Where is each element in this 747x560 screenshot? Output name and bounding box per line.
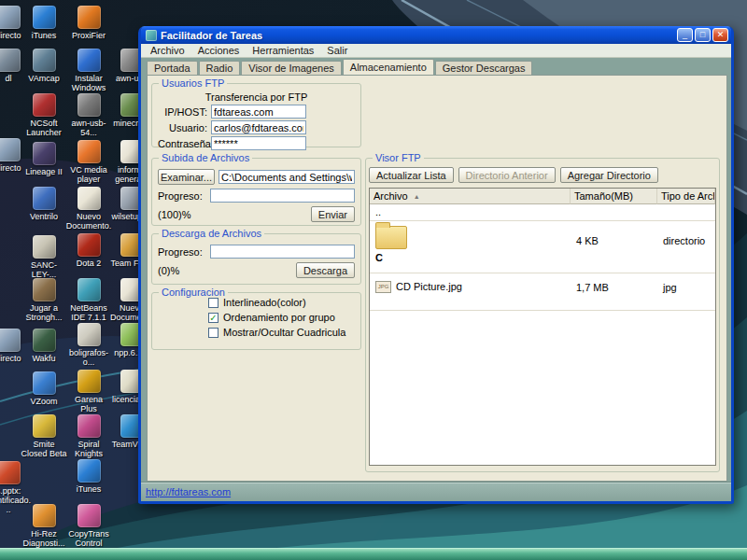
- descarga-button[interactable]: Descarga: [296, 262, 355, 278]
- file-name: ..: [375, 206, 381, 217]
- usuario-input[interactable]: [211, 120, 306, 134]
- desktop-icon-label: VAmcap: [28, 74, 59, 83]
- upload-path-input[interactable]: [218, 170, 355, 184]
- checkbox-mostrar-ocultar-cuadricula[interactable]: [208, 328, 218, 338]
- desktop-icon-label: NetBeans IDE 7.1.1: [65, 303, 112, 322]
- download-progress-input[interactable]: [210, 245, 355, 259]
- nuevo-documento-icon: [78, 187, 101, 210]
- desktop-icon-wakfu[interactable]: Wakfu: [21, 329, 67, 363]
- table-header: Archivo ▲ Tamaño(MB) Tipo de Archivo: [370, 189, 715, 204]
- column-header-tipo[interactable]: Tipo de Archivo: [657, 189, 715, 204]
- table-row-item[interactable]: ..: [370, 204, 715, 221]
- itunes-icon: [78, 459, 101, 483]
- upload-progress-input[interactable]: [210, 189, 355, 203]
- desktop-icon-proxifier[interactable]: ProxiFier: [65, 6, 112, 40]
- dota-2-icon: [78, 233, 101, 257]
- desktop-icon-vc-media-player[interactable]: VC media player: [65, 140, 112, 184]
- desktop-icon-spiral-knights[interactable]: Spiral Knights: [65, 414, 112, 458]
- column-header-tamano[interactable]: Tamaño(MB): [571, 189, 657, 204]
- file-name: C: [375, 252, 383, 263]
- table-row-c[interactable]: C4 KBdirectorio: [370, 221, 715, 273]
- desktop-icon-awn-usb-54[interactable]: awn-usb-54...: [65, 93, 112, 137]
- vamcap-icon: [33, 49, 56, 72]
- close-button[interactable]: ✕: [712, 28, 728, 42]
- desktop-icon-label: directo: [0, 354, 21, 363]
- app-icon: [146, 30, 157, 41]
- desktop-icon-jugar-a-strongh[interactable]: Jugar a Strongh...: [21, 278, 67, 322]
- menu-herramientas[interactable]: Herramientas: [246, 45, 320, 56]
- usuario-label: Usuario:: [158, 122, 211, 133]
- ip-host-input[interactable]: [211, 105, 306, 119]
- checkbox-interlineado-color[interactable]: [208, 298, 218, 308]
- menu-acciones[interactable]: Acciones: [191, 45, 247, 56]
- desktop-icon-label: iTunes: [32, 31, 57, 40]
- desktop-icon-sanc-ley[interactable]: SANC-LEY-...: [21, 235, 67, 279]
- actualizar-lista-button[interactable]: Actualizar Lista: [369, 167, 454, 183]
- enviar-button[interactable]: Enviar: [311, 206, 355, 222]
- sanc-ley-icon: [33, 235, 56, 259]
- desktop-icon-ventrilo[interactable]: Ventrilo: [21, 187, 67, 221]
- desktop-icon-vamcap[interactable]: VAmcap: [21, 49, 67, 83]
- contrasena-input[interactable]: [211, 136, 306, 150]
- cell-tipo: [657, 204, 715, 220]
- desktop-icon-garena-plus[interactable]: Garena Plus: [65, 370, 112, 413]
- desktop-icon-lineage-ii[interactable]: Lineage II: [21, 142, 67, 176]
- awn-usb-54-icon: [78, 93, 101, 117]
- desktop-icon-itunes[interactable]: iTunes: [21, 6, 67, 40]
- window-titlebar[interactable]: Facilitador de Tareas _ □ ✕: [141, 26, 731, 44]
- upload-percent-label: (100)%: [158, 209, 190, 220]
- desktop-icon-label: boligrafos-o...: [65, 348, 112, 367]
- tab-gestor-descargas[interactable]: Gestor Descargas: [435, 61, 533, 75]
- tab-portada[interactable]: Portada: [147, 61, 198, 75]
- visor-ftp-toolbar: Actualizar ListaDirectorio AnteriorAgreg…: [369, 167, 658, 183]
- tab-visor-de-imagenes[interactable]: Visor de Imagenes: [241, 61, 342, 75]
- cell-tipo: jpg: [657, 273, 715, 310]
- window-title: Facilitador de Tareas: [161, 30, 673, 41]
- file-name: CD Picture.jpg: [396, 281, 462, 292]
- tab-radio[interactable]: Radio: [199, 61, 241, 75]
- checkbox-ordenamiento-por-grupo[interactable]: ✓: [208, 313, 218, 323]
- tab-almacenamiento[interactable]: Almacenamiento: [343, 59, 434, 75]
- column-header-archivo[interactable]: Archivo ▲: [370, 189, 571, 204]
- agregar-directorio-button[interactable]: Agregar Directorio: [560, 167, 658, 183]
- desktop-icon-label: iTunes: [77, 484, 102, 494]
- desktop-icon-hi-rez-diagnosti[interactable]: Hi-Rez Diagnosti...: [21, 504, 67, 548]
- website-link[interactable]: http://fdtareas.com: [146, 486, 231, 497]
- desktop-icon-dota-2[interactable]: Dota 2: [65, 233, 112, 268]
- desktop-icon-label: Instalar Windows: [65, 74, 112, 92]
- taskbar[interactable]: [0, 548, 747, 560]
- folder-icon: [375, 226, 407, 249]
- maximize-button[interactable]: □: [695, 28, 711, 42]
- examinar-button[interactable]: Examinar...: [158, 169, 215, 185]
- app-window: Facilitador de Tareas _ □ ✕ ArchivoAccio…: [138, 26, 734, 504]
- desktop-icon-label: VZoom: [30, 397, 57, 406]
- desktop-icon-boligrafos-o[interactable]: boligrafos-o...: [65, 323, 112, 367]
- group-title-visor-ftp: Visor FTP: [373, 152, 424, 163]
- desktop-icon-label: directo: [0, 163, 21, 173]
- cell-archivo: ..: [370, 204, 571, 220]
- cell-archivo: C: [370, 221, 571, 273]
- desktop-icon-label: Hi-Rez Diagnosti...: [21, 529, 67, 548]
- directorio-anterior-button[interactable]: Directorio Anterior: [458, 167, 556, 183]
- menu-archivo[interactable]: Archivo: [144, 45, 191, 56]
- desktop-icon-instalar-windows[interactable]: Instalar Windows: [65, 49, 112, 92]
- configuracion-options: Interlineado(color)✓Ordenamiento por gru…: [152, 297, 360, 338]
- config-option-interlineado-color: Interlineado(color): [208, 297, 360, 308]
- menu-salir[interactable]: Salir: [320, 45, 354, 56]
- ncsoft-launcher-icon: [33, 93, 56, 117]
- table-row-cd-picture-jpg[interactable]: JPGCD Picture.jpg1,7 MBjpg: [370, 273, 715, 311]
- desktop-icon-netbeans-ide-7-1-1[interactable]: NetBeans IDE 7.1.1: [65, 278, 112, 322]
- checkbox-label: Mostrar/Ocultar Cuadricula: [223, 327, 345, 338]
- desktop-icon-nuevo-documento[interactable]: Nuevo Documento...: [65, 187, 112, 240]
- column-label-archivo: Archivo: [374, 190, 408, 202]
- desktop-icon-label: awn-usb-54...: [65, 119, 112, 137]
- cell-archivo: JPGCD Picture.jpg: [370, 273, 571, 310]
- desktop-icon-vzoom[interactable]: VZoom: [21, 371, 67, 406]
- minimize-button[interactable]: _: [677, 28, 693, 42]
- upload-progreso-label: Progreso:: [158, 190, 210, 202]
- desktop-icon-ncsoft-launcher[interactable]: NCSoft Launcher: [21, 93, 67, 137]
- desktop-icon-label: Jugar a Strongh...: [21, 303, 67, 322]
- desktop-icon-smite-closed-beta[interactable]: Smite Closed Beta: [21, 414, 67, 458]
- proxifier-icon: [78, 6, 101, 29]
- desktop-icon-itunes[interactable]: iTunes: [65, 459, 112, 494]
